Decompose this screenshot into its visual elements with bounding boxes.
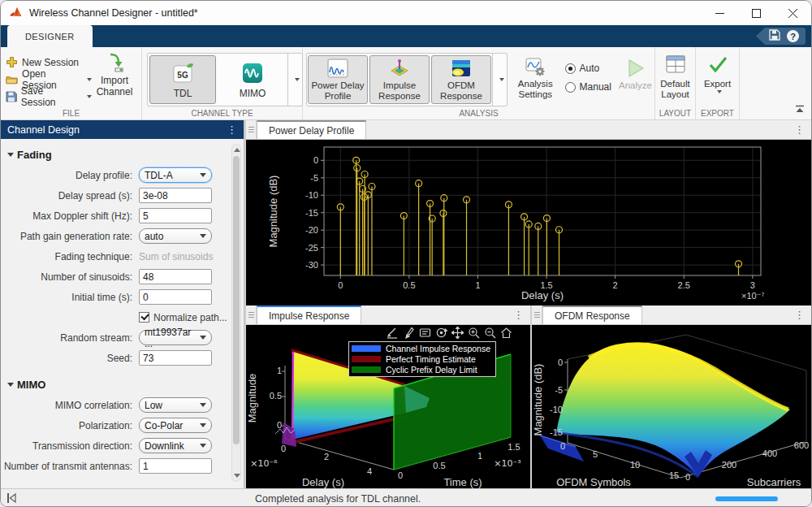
mimo-section-header[interactable]: MIMO <box>7 379 244 391</box>
pdp-panel-menu[interactable]: ⋮ <box>794 120 811 139</box>
max-doppler-input[interactable]: 5 <box>139 208 212 223</box>
save-floppy-icon <box>6 91 17 102</box>
transmission-direction-select[interactable]: Downlink <box>139 438 212 453</box>
panel-grip-icon[interactable] <box>246 120 257 139</box>
tab-designer[interactable]: DESIGNER <box>7 25 93 47</box>
polarization-select[interactable]: Co-Polar <box>139 418 212 433</box>
collapse-panel-icon[interactable] <box>6 492 17 506</box>
analysis-gallery-caret[interactable] <box>492 54 507 106</box>
zoom-out-icon[interactable] <box>484 327 496 339</box>
group-label-export: EXPORT <box>696 109 739 118</box>
radio-auto-circle[interactable] <box>565 63 576 74</box>
collapse-ribbon-button[interactable] <box>795 102 805 116</box>
close-button[interactable] <box>775 1 811 25</box>
ofdm-panel-menu[interactable]: ⋮ <box>794 306 811 324</box>
chevron-down-icon <box>200 403 206 407</box>
x-axis-label: Subcarriers <box>747 476 801 488</box>
app-window: Wireless Channel Designer - untitled* DE… <box>0 0 812 507</box>
y-tick: 0 <box>560 441 565 451</box>
pan-icon[interactable] <box>451 327 464 339</box>
brush-icon[interactable] <box>403 327 415 339</box>
pdp-y-tick: -15 <box>305 208 318 218</box>
field-path-gain-rate: Path gain generation rate: auto <box>1 228 244 244</box>
pdp-plot[interactable]: 00.511.522.530-5-10-15-20-25-30Magnitude… <box>246 140 811 306</box>
seed-input[interactable]: 73 <box>139 350 212 366</box>
legend-item: Cyclic Prefix Delay Limit <box>352 365 490 375</box>
minimize-button[interactable] <box>702 1 738 25</box>
new-session-plus-icon <box>6 56 18 68</box>
data-tips-icon[interactable] <box>419 327 431 339</box>
y-tick: 15 <box>669 470 679 480</box>
maximize-button[interactable] <box>738 1 775 25</box>
random-stream-select[interactable]: mt19937ar ... <box>139 330 212 345</box>
channel-type-mimo-button[interactable]: MIMO <box>219 55 286 104</box>
fading-section-header[interactable]: Fading <box>7 149 244 161</box>
zoom-in-icon[interactable] <box>468 327 480 339</box>
pdp-y-tick: -30 <box>305 260 318 270</box>
path-gain-rate-select[interactable]: auto <box>139 228 212 244</box>
y-tick: 5 <box>593 449 598 459</box>
default-layout-button[interactable]: Default Layout <box>655 51 695 100</box>
ribbon-tab-band: DESIGNER ? <box>1 25 811 47</box>
impulse-response-button[interactable]: Impulse Response <box>369 55 430 104</box>
z-tick: 0.5 <box>270 391 282 401</box>
window-title: Wireless Channel Designer - untitled* <box>29 7 198 19</box>
z-tick: 1 <box>277 366 282 375</box>
panel-grip-icon[interactable] <box>532 306 542 324</box>
x-scale-label: ×10⁻³ <box>494 458 520 469</box>
x-tick: 1.5 <box>508 442 520 452</box>
mimo-correlation-select[interactable]: Low <box>139 397 212 413</box>
save-session-button[interactable]: Save Session <box>6 88 92 105</box>
channel-design-menu-icon[interactable]: ⋮ <box>227 124 237 136</box>
z-tick: -10 <box>550 405 563 414</box>
initial-time-input[interactable]: 0 <box>139 289 212 305</box>
scroll-down-icon[interactable] <box>234 474 240 478</box>
delay-profile-select[interactable]: TDL-A <box>139 167 212 183</box>
scrollbar-thumb[interactable] <box>233 156 240 444</box>
field-seed: Seed: 73 <box>1 350 244 366</box>
export-button[interactable]: Export <box>696 51 739 93</box>
mimo-wave-icon <box>240 61 265 85</box>
num-tx-antennas-input[interactable]: 1 <box>139 458 212 474</box>
tab-power-delay-profile[interactable]: Power Delay Profile <box>257 120 366 139</box>
normalize-paths-checkbox[interactable] <box>139 312 149 323</box>
impulse-plot[interactable]: 1 0.5 0 0 2 4 0 0.5 1 1.5 ×10⁻⁶ ×10⁻³ <box>246 325 530 488</box>
ribbon-group-export: Export EXPORT <box>696 47 740 119</box>
panel-grip-icon[interactable] <box>246 306 257 324</box>
radio-auto[interactable]: Auto <box>565 63 611 74</box>
ofdm-3d-chart: 0 -5 -10 -15 0 5 10 15 0 200 400 600 <box>532 325 812 488</box>
home-icon[interactable] <box>500 327 512 339</box>
ofdm-response-button[interactable]: OFDM Response <box>431 55 491 104</box>
delay-spread-input[interactable]: 3e-08 <box>139 188 212 203</box>
tab-impulse-response[interactable]: Impulse Response <box>257 306 361 324</box>
channel-type-gallery-caret[interactable] <box>287 54 302 106</box>
impulse-panel-menu[interactable]: ⋮ <box>513 306 530 324</box>
tab-ofdm-response[interactable]: OFDM Response <box>542 306 642 324</box>
ofdm-plot[interactable]: 0 -5 -10 -15 0 5 10 15 0 200 400 600 <box>532 325 811 488</box>
export-dropdown-caret[interactable] <box>717 90 722 93</box>
title-bar: Wireless Channel Designer - untitled* <box>1 1 811 25</box>
scroll-up-icon[interactable] <box>234 148 240 152</box>
rotate-3d-icon[interactable] <box>435 327 447 339</box>
z-axis-label: Magnitude (dB) <box>532 364 544 436</box>
quick-save-icon[interactable] <box>769 29 780 44</box>
help-icon[interactable]: ? <box>787 30 799 42</box>
ribbon-spacer <box>740 47 811 119</box>
channel-type-tdl-button[interactable]: 5G TDL <box>149 55 216 104</box>
num-sinusoids-input[interactable]: 48 <box>139 269 212 284</box>
impulse-legend[interactable]: Channel Impulse Response Perfect Timing … <box>348 341 496 377</box>
power-delay-profile-button[interactable]: Power Delay Profile <box>308 55 368 104</box>
y-tick: 4 <box>367 466 372 476</box>
radio-manual-circle[interactable] <box>565 82 576 93</box>
field-polarization: Polarization: Co-Polar <box>1 418 244 433</box>
pdp-x-tick: 0.5 <box>403 280 415 290</box>
channel-design-header: Channel Design ⋮ <box>1 120 244 139</box>
fading-technique-value: Sum of sinusoids <box>139 251 213 262</box>
radio-manual[interactable]: Manual <box>565 81 611 93</box>
export-plot-icon[interactable] <box>387 327 399 339</box>
x-tick: 0.5 <box>433 461 445 470</box>
panel-scrollbar[interactable] <box>231 144 241 482</box>
main-area: Channel Design ⋮ Fading Delay profile: T… <box>1 120 811 488</box>
open-folder-icon <box>6 74 18 85</box>
channel-design-title: Channel Design <box>7 124 80 136</box>
